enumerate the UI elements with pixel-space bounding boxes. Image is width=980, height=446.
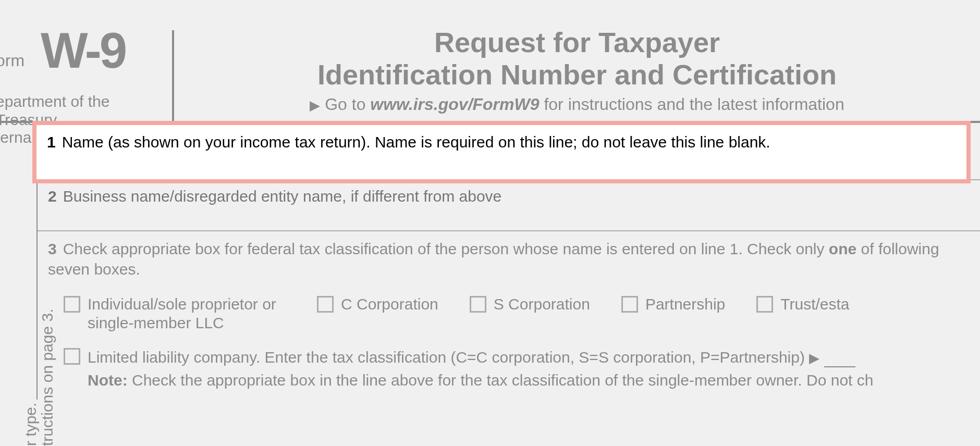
checkbox-individual[interactable]: Individual/sole proprietor or single-mem… xyxy=(64,295,286,332)
llc-classification-input[interactable] xyxy=(824,366,855,367)
checkbox-box-icon[interactable] xyxy=(64,296,80,313)
form-title-line2: Identification Number and Certification xyxy=(174,58,980,91)
classification-checkbox-row: Individual/sole proprietor or single-mem… xyxy=(64,295,970,332)
checkbox-llc-row[interactable]: Limited liability company. Enter the tax… xyxy=(64,347,970,367)
llc-text: Limited liability company. Enter the tax… xyxy=(88,349,805,366)
checkbox-c-corp[interactable]: C Corporation xyxy=(317,295,438,314)
llc-text-block: Limited liability company. Enter the tax… xyxy=(88,347,855,367)
checkbox-partnership-label: Partnership xyxy=(645,295,725,314)
checkbox-c-corp-label: C Corporation xyxy=(341,295,438,314)
llc-arrow-icon: ▶ xyxy=(809,350,819,366)
header-right-block: Request for Taxpayer Identification Numb… xyxy=(174,0,980,121)
subtitle-arrow-icon: ▶ xyxy=(310,97,320,113)
checkbox-box-icon[interactable] xyxy=(317,296,334,313)
subtitle-suffix: for instructions and the latest informat… xyxy=(540,95,844,114)
checkbox-box-icon[interactable] xyxy=(756,296,773,313)
line2-number: 2 xyxy=(48,188,57,205)
form-title: Request for Taxpayer Identification Numb… xyxy=(174,26,980,91)
checkbox-trust-label: Trust/esta xyxy=(780,295,849,314)
llc-note-row: Note: Check the appropriate box in the l… xyxy=(88,371,970,389)
note-text: Check the appropriate box in the line ab… xyxy=(128,371,874,389)
left-margin: r type. tructions on page 3. xyxy=(0,123,36,400)
form-prefix-label: orm xyxy=(0,51,24,70)
line1-highlight-box[interactable]: 1Name (as shown on your income tax retur… xyxy=(32,121,971,183)
line1-number-highlight: 1 xyxy=(47,133,56,151)
field-line3: 3Check appropriate box for federal tax c… xyxy=(38,231,980,400)
line2-text: Business name/disregarded entity name, i… xyxy=(63,188,502,205)
checkbox-box-icon[interactable] xyxy=(621,296,638,313)
checkbox-box-icon[interactable] xyxy=(64,348,80,365)
line3-number: 3 xyxy=(48,240,57,257)
header-left-block: orm W-9 epartment of the Treasury ternal… xyxy=(0,0,172,121)
form-number-label: W-9 xyxy=(41,22,125,79)
form-subtitle: ▶ Go to www.irs.gov/FormW9 for instructi… xyxy=(174,95,980,114)
checkbox-trust[interactable]: Trust/esta xyxy=(756,295,849,314)
line1-text-highlight: Name (as shown on your income tax return… xyxy=(62,133,770,151)
checkbox-partnership[interactable]: Partnership xyxy=(621,295,725,314)
checkbox-box-icon[interactable] xyxy=(470,296,486,313)
checkbox-individual-label: Individual/sole proprietor or single-mem… xyxy=(88,295,286,332)
subtitle-url: www.irs.gov/FormW9 xyxy=(370,95,539,114)
line3-text-a: Check appropriate box for federal tax cl… xyxy=(63,240,829,257)
form-header: orm W-9 epartment of the Treasury ternal… xyxy=(0,0,980,121)
field-line2[interactable]: 2Business name/disregarded entity name, … xyxy=(38,180,980,231)
form-title-line1: Request for Taxpayer xyxy=(174,26,980,58)
line3-text-bold: one xyxy=(829,240,856,257)
line3-instruction: 3Check appropriate box for federal tax c… xyxy=(48,239,970,279)
checkbox-s-corp[interactable]: S Corporation xyxy=(470,295,590,314)
note-label: Note: xyxy=(88,371,128,389)
subtitle-prefix: Go to xyxy=(325,95,370,114)
checkbox-s-corp-label: S Corporation xyxy=(494,295,590,314)
w9-form-container: orm W-9 epartment of the Treasury ternal… xyxy=(0,0,980,446)
